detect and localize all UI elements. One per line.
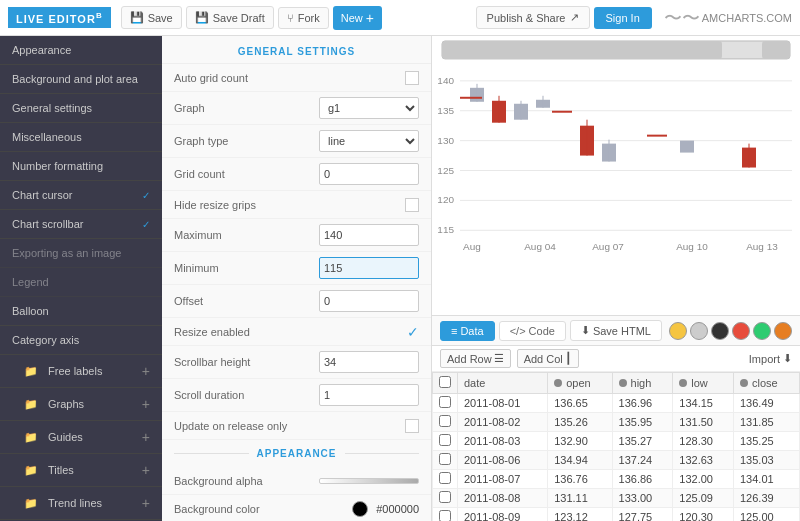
plus-icon[interactable]: + xyxy=(142,396,150,412)
resize-enabled-row: Resize enabled ✓ xyxy=(162,318,431,346)
scrollbar-handle[interactable] xyxy=(442,41,722,59)
top-bar: LIVE EDITORB 💾 Save 💾 Save Draft ⑂ Fork … xyxy=(0,0,800,36)
data-tabs: ≡ Data </> Code ⬇ Save HTML xyxy=(432,316,800,346)
sidebar-item-guides[interactable]: 📁 Guides + xyxy=(0,421,162,454)
cell-date: 2011-08-02 xyxy=(458,413,548,432)
update-release-row: Update on release only xyxy=(162,412,431,440)
cell-high: 127.75 xyxy=(612,508,673,522)
resize-enabled-checkmark[interactable]: ✓ xyxy=(407,324,419,340)
sidebar-item-titles[interactable]: 📁 Titles + xyxy=(0,454,162,487)
sidebar-item-graphs[interactable]: 📁 Graphs + xyxy=(0,388,162,421)
row-checkbox[interactable] xyxy=(439,510,451,521)
orange-color-tool[interactable] xyxy=(774,322,792,340)
dark-color-tool[interactable] xyxy=(711,322,729,340)
svg-text:Aug 07: Aug 07 xyxy=(592,241,624,252)
row-checkbox[interactable] xyxy=(439,472,451,484)
fork-button[interactable]: ⑂ Fork xyxy=(278,7,329,29)
row-checkbox[interactable] xyxy=(439,396,451,408)
auto-grid-count-checkbox[interactable] xyxy=(405,71,419,85)
plus-icon[interactable]: + xyxy=(142,462,150,478)
green-color-tool[interactable] xyxy=(753,322,771,340)
save-html-button[interactable]: ⬇ Save HTML xyxy=(570,320,662,341)
minimum-input[interactable] xyxy=(319,257,419,279)
sidebar-item-background[interactable]: Background and plot area xyxy=(0,65,162,94)
svg-text:Aug 13: Aug 13 xyxy=(746,241,778,252)
save-button[interactable]: 💾 Save xyxy=(121,6,182,29)
sidebar-item-balloon[interactable]: Balloon xyxy=(0,297,162,326)
sidebar-item-misc[interactable]: Miscellaneous xyxy=(0,123,162,152)
cell-high: 137.24 xyxy=(612,451,673,470)
select-all-checkbox[interactable] xyxy=(439,376,451,388)
save-draft-icon: 💾 xyxy=(195,11,209,24)
signin-button[interactable]: Sign In xyxy=(594,7,652,29)
gray-color-tool[interactable] xyxy=(690,322,708,340)
plus-icon[interactable]: + xyxy=(142,429,150,445)
chevron-down-icon: ✓ xyxy=(142,190,150,201)
data-panel: ≡ Data </> Code ⬇ Save HTML xyxy=(432,316,800,521)
publish-button[interactable]: Publish & Share ↗ xyxy=(476,6,590,29)
yellow-color-tool[interactable] xyxy=(669,322,687,340)
sidebar-item-exporting[interactable]: Exporting as an image xyxy=(0,239,162,268)
graph-type-select[interactable]: linecolumn xyxy=(319,130,419,152)
cell-open: 132.90 xyxy=(548,432,612,451)
sidebar-item-trend-lines[interactable]: 📁 Trend lines + xyxy=(0,487,162,520)
bg-color-swatch[interactable] xyxy=(352,501,368,517)
save-draft-button[interactable]: 💾 Save Draft xyxy=(186,6,274,29)
add-col-button[interactable]: Add Col ┃ xyxy=(517,349,579,368)
col-header-date: date xyxy=(458,373,548,394)
cell-open: 123.12 xyxy=(548,508,612,522)
scrollbar-right-handle[interactable] xyxy=(762,41,790,59)
plus-icon[interactable]: + xyxy=(142,363,150,379)
general-settings-title: GENERAL SETTINGS xyxy=(162,36,431,64)
svg-text:125: 125 xyxy=(437,165,454,176)
tab-data[interactable]: ≡ Data xyxy=(440,321,495,341)
scrollbar-height-row: Scrollbar height xyxy=(162,346,431,379)
sidebar-item-general[interactable]: General settings xyxy=(0,94,162,123)
sidebar-item-category-axis[interactable]: Category axis xyxy=(0,326,162,355)
folder-icon: 📁 xyxy=(24,497,38,510)
row-checkbox[interactable] xyxy=(439,491,451,503)
chart-area: 140 135 130 125 120 115 Aug Aug 04 Aug 0… xyxy=(432,36,800,316)
plus-icon: + xyxy=(366,10,374,26)
cell-date: 2011-08-06 xyxy=(458,451,548,470)
cell-close: 136.49 xyxy=(734,394,800,413)
hide-resize-grips-checkbox[interactable] xyxy=(405,198,419,212)
sidebar-item-chart-scrollbar[interactable]: Chart scrollbar ✓ xyxy=(0,210,162,239)
add-row-button[interactable]: Add Row ☰ xyxy=(440,349,511,368)
svg-text:140: 140 xyxy=(437,75,454,86)
red-color-tool[interactable] xyxy=(732,322,750,340)
sidebar-item-number-formatting[interactable]: Number formatting xyxy=(0,152,162,181)
appearance-title: APPEARANCE xyxy=(249,444,345,463)
update-release-checkbox[interactable] xyxy=(405,419,419,433)
row-checkbox[interactable] xyxy=(439,453,451,465)
app-logo: LIVE EDITORB xyxy=(8,7,111,29)
sidebar-item-chart-cursor[interactable]: Chart cursor ✓ xyxy=(0,181,162,210)
cell-date: 2011-08-03 xyxy=(458,432,548,451)
row-checkbox[interactable] xyxy=(439,415,451,427)
sidebar-item-free-labels[interactable]: 📁 Free labels + xyxy=(0,355,162,388)
graph-select[interactable]: g1g2 xyxy=(319,97,419,119)
grid-count-input[interactable] xyxy=(319,163,419,185)
scrollbar-height-input[interactable] xyxy=(319,351,419,373)
maximum-input[interactable] xyxy=(319,224,419,246)
tab-code[interactable]: </> Code xyxy=(499,321,566,341)
auto-grid-count-row: Auto grid count xyxy=(162,64,431,92)
data-toolbar: Add Row ☰ Add Col ┃ Import ⬇ xyxy=(432,346,800,372)
svg-rect-31 xyxy=(680,141,694,153)
new-button[interactable]: New + xyxy=(333,6,382,30)
table-row: 2011-08-06 134.94 137.24 132.63 135.03 xyxy=(433,451,800,470)
offset-input[interactable] xyxy=(319,290,419,312)
table-row: 2011-08-09 123.12 127.75 120.30 125.00 xyxy=(433,508,800,522)
sidebar-item-appearance[interactable]: Appearance xyxy=(0,36,162,65)
import-button[interactable]: Import ⬇ xyxy=(749,352,792,365)
cell-close: 135.03 xyxy=(734,451,800,470)
import-icon: ⬇ xyxy=(783,352,792,365)
cell-low: 120.30 xyxy=(673,508,734,522)
bg-alpha-slider[interactable] xyxy=(319,478,419,484)
plus-icon[interactable]: + xyxy=(142,495,150,511)
table-row: 2011-08-03 132.90 135.27 128.30 135.25 xyxy=(433,432,800,451)
scroll-duration-input[interactable] xyxy=(319,384,419,406)
sidebar-item-legend[interactable]: Legend xyxy=(0,268,162,297)
settings-panel: GENERAL SETTINGS Auto grid count Graph g… xyxy=(162,36,432,521)
row-checkbox[interactable] xyxy=(439,434,451,446)
